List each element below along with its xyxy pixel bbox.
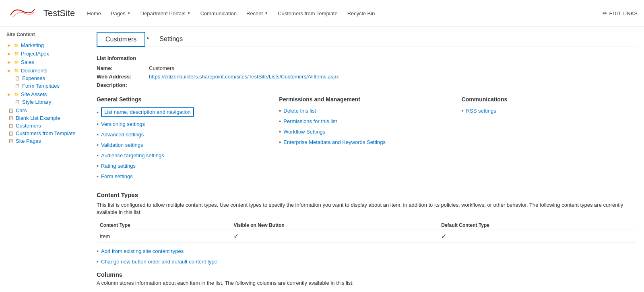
- header: TestSite Home Pages ▼ Department Portals…: [0, 0, 644, 27]
- recent-arrow-icon: ▼: [264, 11, 268, 15]
- folder-icon-marketing: 📁: [14, 43, 19, 48]
- bullet-icon-2: ▪: [97, 121, 99, 127]
- sidebar-item-documents[interactable]: ▶ 📁 Documents: [6, 67, 82, 74]
- settings-link-versioning[interactable]: ▪ Versioning settings: [97, 121, 271, 127]
- communications-col: Communications ▪ RSS settings: [462, 96, 636, 183]
- settings-link-form[interactable]: ▪ Form settings: [97, 173, 271, 179]
- columns-description: A column stores information about each i…: [97, 280, 636, 287]
- sidebar-group-marketing: ▶ 📁 Marketing: [6, 41, 82, 49]
- edit-links-button[interactable]: ✏ EDIT LINKS: [603, 10, 638, 16]
- pencil-icon: ✏: [603, 10, 607, 16]
- link-change-button-order[interactable]: ▪ Change new button order and default co…: [97, 258, 636, 265]
- content-types-description: This list is configured to allow multipl…: [97, 202, 636, 216]
- folder-icon-projectapex: 📁: [14, 51, 19, 57]
- bullet-icon-6: ▪: [97, 162, 99, 169]
- settings-link-audience[interactable]: ▪ Audience targeting settings: [97, 152, 271, 158]
- list-icon-cars: 📋: [8, 108, 14, 113]
- nav-home[interactable]: Home: [83, 8, 105, 19]
- nav-recent[interactable]: Recent ▼: [242, 8, 272, 19]
- communications-title: Communications: [462, 96, 636, 103]
- sidebar-label-marketing: Marketing: [21, 42, 44, 48]
- content-types-heading: Content Types: [97, 191, 636, 198]
- bullet-icon-12: ▪: [462, 107, 464, 114]
- general-settings-title: General Settings: [97, 96, 271, 103]
- settings-link-delete[interactable]: ▪ Delete this list: [279, 107, 453, 114]
- settings-link-validation[interactable]: ▪ Validation settings: [97, 142, 271, 148]
- bullet-icon-8: ▪: [279, 107, 281, 114]
- settings-link-rating[interactable]: ▪ Rating settings: [97, 162, 271, 169]
- checkmark-visible-icon: ✓: [233, 233, 239, 240]
- nav-recycle-bin[interactable]: Recycle Bin: [343, 8, 379, 19]
- link-add-content-types[interactable]: ▪ Add from existing site content types: [97, 248, 636, 254]
- folder-icon-site-assets: 📁: [14, 92, 19, 97]
- tab-customers[interactable]: Customers: [97, 32, 145, 47]
- web-address-value[interactable]: https://citizenbuilders.sharepoint.com/s…: [149, 74, 339, 80]
- settings-link-rss[interactable]: ▪ RSS settings: [462, 107, 636, 114]
- tab-settings[interactable]: Settings: [151, 32, 191, 47]
- bullet-icon-13: ▪: [97, 248, 99, 254]
- name-value: Customers: [149, 65, 174, 71]
- content-area: Site Content ▶ 📁 Marketing ▶ 📁 ProjectAp…: [0, 27, 644, 292]
- sidebar-item-style-library[interactable]: 📋 Style Library: [6, 98, 82, 106]
- cell-content-type: Item: [97, 230, 230, 243]
- settings-link-workflow[interactable]: ▪ Workflow Settings: [279, 128, 453, 135]
- sidebar-item-expenses[interactable]: 📋 Expenses: [6, 74, 82, 82]
- nav-department-portals[interactable]: Department Portals ▼: [136, 8, 195, 19]
- bullet-icon-5: ▪: [97, 152, 99, 158]
- table-header-row: Content Type Visible on New Button Defau…: [97, 221, 636, 230]
- list-icon-expenses: 📋: [14, 76, 20, 81]
- folder-expand-icon-4: ▶: [6, 68, 12, 74]
- bullet-icon-9: ▪: [279, 118, 281, 124]
- columns-section: Columns A column stores information abou…: [97, 271, 636, 287]
- folder-expand-icon-5: ▶: [6, 92, 12, 97]
- col-header-content-type: Content Type: [97, 221, 230, 230]
- sidebar-item-blank-list[interactable]: 📋 Blank List Example: [6, 114, 82, 122]
- settings-link-permissions[interactable]: ▪ Permissions for this list: [279, 118, 453, 124]
- list-icon-blank-list: 📋: [8, 115, 14, 121]
- bullet-icon-11: ▪: [279, 139, 281, 145]
- sidebar-item-projectapex[interactable]: ▶ 📁 ProjectApex: [6, 50, 82, 58]
- nav-customers-from-template[interactable]: Customers from Template: [274, 8, 342, 19]
- settings-link-name-desc[interactable]: ▪ List name, description and navigation: [97, 107, 271, 117]
- sidebar-item-cars[interactable]: 📋 Cars: [6, 107, 82, 114]
- top-nav: Home Pages ▼ Department Portals ▼ Commun…: [83, 8, 603, 19]
- sidebar-item-site-assets[interactable]: ▶ 📁 Site Assets: [6, 90, 82, 98]
- sidebar-title: Site Content: [6, 32, 82, 37]
- name-field-row: Name: Customers: [97, 65, 636, 71]
- list-icon-style-library: 📋: [14, 99, 20, 105]
- list-icon-customers: 📋: [8, 123, 14, 129]
- list-information-title: List Information: [97, 55, 636, 61]
- sidebar-item-customers-from-template[interactable]: 📋 Customers from Template: [6, 130, 82, 137]
- cell-visible: ✓: [230, 230, 438, 243]
- sidebar-label-projectapex: ProjectApex: [21, 51, 49, 57]
- col-header-default: Default Content Type: [438, 221, 636, 230]
- sidebar-item-marketing[interactable]: ▶ 📁 Marketing: [6, 41, 82, 49]
- settings-link-enterprise-metadata[interactable]: ▪ Enterprise Metadata and Keywords Setti…: [279, 139, 453, 145]
- sidebar-item-sales[interactable]: ▶ 📁 Sales: [6, 58, 82, 66]
- bullet-icon-14: ▪: [97, 258, 99, 265]
- permissions-title: Permissions and Management: [279, 96, 453, 103]
- folder-icon-sales: 📁: [14, 60, 19, 65]
- nav-pages[interactable]: Pages ▼: [107, 8, 135, 19]
- nav-communication[interactable]: Communication: [196, 8, 241, 19]
- sidebar-group-site-assets: ▶ 📁 Site Assets 📋 Style Library: [6, 90, 82, 106]
- sidebar-item-customers[interactable]: 📋 Customers: [6, 122, 82, 130]
- settings-link-advanced[interactable]: ▪ Advanced settings: [97, 131, 271, 138]
- list-icon-customers-from-template: 📋: [8, 131, 14, 136]
- sidebar: Site Content ▶ 📁 Marketing ▶ 📁 ProjectAp…: [0, 32, 89, 292]
- web-address-field-row: Web Address: https://citizenbuilders.sha…: [97, 74, 636, 80]
- tab-customers-arrow-icon[interactable]: ▸: [145, 32, 151, 47]
- sidebar-item-form-templates[interactable]: 📋 Form Templates: [6, 82, 82, 90]
- pages-arrow-icon: ▼: [127, 11, 131, 15]
- sidebar-item-site-pages[interactable]: 📋 Site Pages: [6, 137, 82, 145]
- cell-default: ✓: [438, 230, 636, 243]
- sidebar-label-sales: Sales: [21, 59, 34, 65]
- col-header-visible: Visible on New Button: [230, 221, 438, 230]
- site-logo: [6, 3, 39, 23]
- bullet-icon-7: ▪: [97, 173, 99, 179]
- site-title: TestSite: [43, 8, 75, 19]
- permissions-col: Permissions and Management ▪ Delete this…: [279, 96, 453, 183]
- settings-grid: General Settings ▪ List name, descriptio…: [97, 96, 636, 183]
- content-types-section: Content Types This list is configured to…: [97, 191, 636, 265]
- content-types-table: Content Type Visible on New Button Defau…: [97, 221, 636, 243]
